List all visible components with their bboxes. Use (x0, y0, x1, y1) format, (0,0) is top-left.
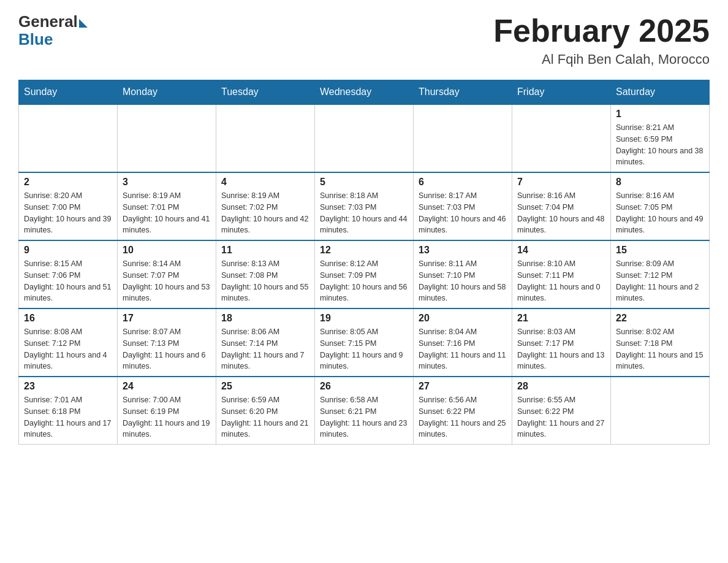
day-info: Sunrise: 8:03 AM Sunset: 7:17 PM Dayligh… (517, 326, 605, 372)
calendar-cell: 16Sunrise: 8:08 AM Sunset: 7:12 PM Dayli… (19, 308, 118, 377)
day-number: 5 (320, 177, 408, 188)
day-info: Sunrise: 8:08 AM Sunset: 7:12 PM Dayligh… (24, 326, 112, 372)
day-of-week-tuesday: Tuesday (216, 80, 315, 105)
day-number: 24 (123, 381, 211, 392)
calendar-cell: 28Sunrise: 6:55 AM Sunset: 6:22 PM Dayli… (512, 377, 611, 445)
day-info: Sunrise: 8:07 AM Sunset: 7:13 PM Dayligh… (123, 326, 211, 372)
calendar-cell (216, 104, 315, 172)
day-info: Sunrise: 8:18 AM Sunset: 7:03 PM Dayligh… (320, 190, 408, 236)
calendar-header-row: SundayMondayTuesdayWednesdayThursdayFrid… (19, 80, 710, 105)
calendar-cell: 10Sunrise: 8:14 AM Sunset: 7:07 PM Dayli… (118, 240, 216, 308)
day-info: Sunrise: 8:13 AM Sunset: 7:08 PM Dayligh… (221, 258, 309, 304)
day-info: Sunrise: 8:20 AM Sunset: 7:00 PM Dayligh… (24, 190, 112, 236)
day-info: Sunrise: 8:04 AM Sunset: 7:16 PM Dayligh… (419, 326, 507, 372)
day-info: Sunrise: 8:05 AM Sunset: 7:15 PM Dayligh… (320, 326, 408, 372)
day-info: Sunrise: 6:56 AM Sunset: 6:22 PM Dayligh… (419, 394, 507, 440)
day-number: 15 (616, 245, 704, 256)
calendar-cell (611, 377, 710, 445)
calendar-table: SundayMondayTuesdayWednesdayThursdayFrid… (18, 80, 710, 445)
day-of-week-saturday: Saturday (611, 80, 710, 105)
week-row-4: 16Sunrise: 8:08 AM Sunset: 7:12 PM Dayli… (19, 308, 710, 377)
calendar-cell: 22Sunrise: 8:02 AM Sunset: 7:18 PM Dayli… (611, 308, 710, 377)
day-info: Sunrise: 6:58 AM Sunset: 6:21 PM Dayligh… (320, 394, 408, 440)
day-number: 16 (24, 313, 112, 324)
calendar-cell: 18Sunrise: 8:06 AM Sunset: 7:14 PM Dayli… (216, 308, 315, 377)
day-info: Sunrise: 8:19 AM Sunset: 7:01 PM Dayligh… (123, 190, 211, 236)
week-row-2: 2Sunrise: 8:20 AM Sunset: 7:00 PM Daylig… (19, 172, 710, 240)
week-row-1: 1Sunrise: 8:21 AM Sunset: 6:59 PM Daylig… (19, 104, 710, 172)
calendar-cell: 4Sunrise: 8:19 AM Sunset: 7:02 PM Daylig… (216, 172, 315, 240)
logo: General Blue (18, 12, 88, 49)
day-number: 7 (517, 177, 605, 188)
location-title: Al Fqih Ben Calah, Morocco (493, 52, 710, 67)
calendar-cell: 14Sunrise: 8:10 AM Sunset: 7:11 PM Dayli… (512, 240, 611, 308)
day-number: 11 (221, 245, 309, 256)
logo-general-text: General (18, 12, 78, 31)
month-title: February 2025 (493, 12, 710, 49)
day-number: 27 (419, 381, 507, 392)
day-info: Sunrise: 8:02 AM Sunset: 7:18 PM Dayligh… (616, 326, 704, 372)
day-of-week-wednesday: Wednesday (315, 80, 414, 105)
day-info: Sunrise: 7:01 AM Sunset: 6:18 PM Dayligh… (24, 394, 112, 440)
calendar-cell: 12Sunrise: 8:12 AM Sunset: 7:09 PM Dayli… (315, 240, 414, 308)
calendar-cell: 15Sunrise: 8:09 AM Sunset: 7:12 PM Dayli… (611, 240, 710, 308)
calendar-cell: 6Sunrise: 8:17 AM Sunset: 7:03 PM Daylig… (414, 172, 512, 240)
day-number: 28 (517, 381, 605, 392)
calendar-cell: 1Sunrise: 8:21 AM Sunset: 6:59 PM Daylig… (611, 104, 710, 172)
calendar-cell (118, 104, 216, 172)
calendar-cell: 11Sunrise: 8:13 AM Sunset: 7:08 PM Dayli… (216, 240, 315, 308)
day-number: 10 (123, 245, 211, 256)
day-number: 20 (419, 313, 507, 324)
calendar-cell (414, 104, 512, 172)
week-row-5: 23Sunrise: 7:01 AM Sunset: 6:18 PM Dayli… (19, 377, 710, 445)
day-number: 4 (221, 177, 309, 188)
calendar-cell: 7Sunrise: 8:16 AM Sunset: 7:04 PM Daylig… (512, 172, 611, 240)
calendar-cell: 25Sunrise: 6:59 AM Sunset: 6:20 PM Dayli… (216, 377, 315, 445)
calendar-cell (19, 104, 118, 172)
calendar-cell: 24Sunrise: 7:00 AM Sunset: 6:19 PM Dayli… (118, 377, 216, 445)
day-info: Sunrise: 7:00 AM Sunset: 6:19 PM Dayligh… (123, 394, 211, 440)
day-number: 12 (320, 245, 408, 256)
logo-arrow-icon (79, 19, 88, 28)
calendar-cell: 23Sunrise: 7:01 AM Sunset: 6:18 PM Dayli… (19, 377, 118, 445)
day-number: 3 (123, 177, 211, 188)
day-of-week-sunday: Sunday (19, 80, 118, 105)
calendar-cell: 8Sunrise: 8:16 AM Sunset: 7:05 PM Daylig… (611, 172, 710, 240)
day-info: Sunrise: 8:16 AM Sunset: 7:05 PM Dayligh… (616, 190, 704, 236)
calendar-cell: 26Sunrise: 6:58 AM Sunset: 6:21 PM Dayli… (315, 377, 414, 445)
day-info: Sunrise: 8:14 AM Sunset: 7:07 PM Dayligh… (123, 258, 211, 304)
day-of-week-thursday: Thursday (414, 80, 512, 105)
calendar-cell: 9Sunrise: 8:15 AM Sunset: 7:06 PM Daylig… (19, 240, 118, 308)
logo-blue-text: Blue (18, 30, 53, 49)
day-info: Sunrise: 8:15 AM Sunset: 7:06 PM Dayligh… (24, 258, 112, 304)
calendar-cell: 21Sunrise: 8:03 AM Sunset: 7:17 PM Dayli… (512, 308, 611, 377)
calendar-cell: 27Sunrise: 6:56 AM Sunset: 6:22 PM Dayli… (414, 377, 512, 445)
calendar-cell: 5Sunrise: 8:18 AM Sunset: 7:03 PM Daylig… (315, 172, 414, 240)
calendar-cell: 20Sunrise: 8:04 AM Sunset: 7:16 PM Dayli… (414, 308, 512, 377)
day-info: Sunrise: 8:10 AM Sunset: 7:11 PM Dayligh… (517, 258, 605, 304)
calendar-cell (315, 104, 414, 172)
day-number: 13 (419, 245, 507, 256)
day-number: 14 (517, 245, 605, 256)
day-info: Sunrise: 8:21 AM Sunset: 6:59 PM Dayligh… (616, 122, 704, 168)
day-number: 18 (221, 313, 309, 324)
calendar-cell: 17Sunrise: 8:07 AM Sunset: 7:13 PM Dayli… (118, 308, 216, 377)
day-info: Sunrise: 8:09 AM Sunset: 7:12 PM Dayligh… (616, 258, 704, 304)
day-info: Sunrise: 6:55 AM Sunset: 6:22 PM Dayligh… (517, 394, 605, 440)
day-info: Sunrise: 8:17 AM Sunset: 7:03 PM Dayligh… (419, 190, 507, 236)
day-number: 2 (24, 177, 112, 188)
calendar-cell: 13Sunrise: 8:11 AM Sunset: 7:10 PM Dayli… (414, 240, 512, 308)
week-row-3: 9Sunrise: 8:15 AM Sunset: 7:06 PM Daylig… (19, 240, 710, 308)
page-header: General Blue February 2025 Al Fqih Ben C… (18, 12, 710, 67)
calendar-cell: 19Sunrise: 8:05 AM Sunset: 7:15 PM Dayli… (315, 308, 414, 377)
day-number: 22 (616, 313, 704, 324)
calendar-cell (512, 104, 611, 172)
day-number: 8 (616, 177, 704, 188)
day-number: 25 (221, 381, 309, 392)
calendar-cell: 3Sunrise: 8:19 AM Sunset: 7:01 PM Daylig… (118, 172, 216, 240)
day-of-week-monday: Monday (118, 80, 216, 105)
day-number: 1 (616, 109, 704, 120)
day-number: 26 (320, 381, 408, 392)
day-number: 9 (24, 245, 112, 256)
day-info: Sunrise: 8:19 AM Sunset: 7:02 PM Dayligh… (221, 190, 309, 236)
